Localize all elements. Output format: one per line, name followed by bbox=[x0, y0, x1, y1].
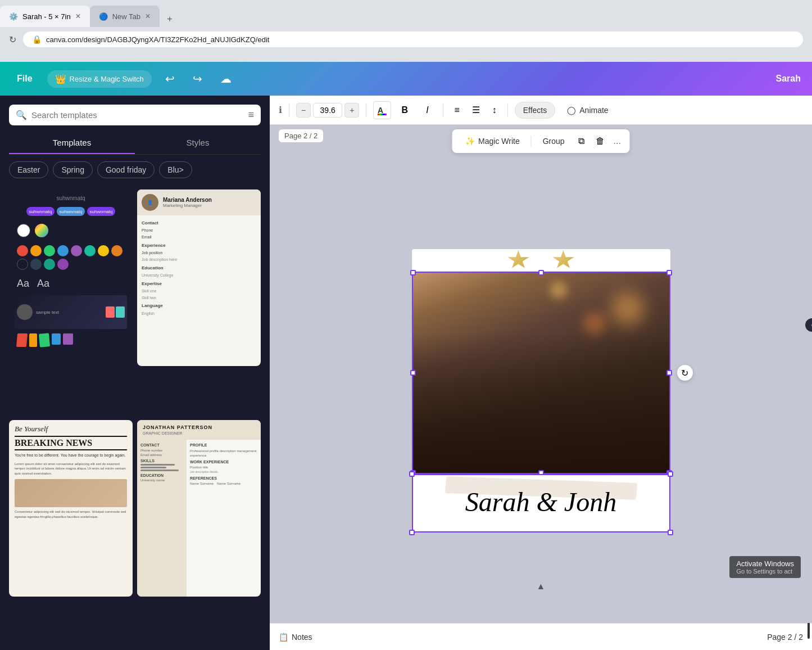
main-layout: 🔍 ≡ Templates Styles Easter Spring Good bbox=[0, 96, 812, 650]
notes-button[interactable]: 📋 Notes bbox=[279, 633, 312, 642]
crown-icon: 👑 bbox=[55, 74, 66, 84]
search-input[interactable] bbox=[31, 110, 243, 120]
tab-add-button[interactable]: + bbox=[162, 11, 178, 27]
scroll-up-handle[interactable]: ▲ bbox=[537, 581, 546, 592]
notes-icon: 📋 bbox=[279, 633, 288, 642]
floating-toolbar: ✨ Magic Write Group ⧉ 🗑 ... bbox=[452, 129, 630, 153]
info-icon[interactable]: ℹ bbox=[279, 105, 282, 115]
delete-button[interactable]: 🗑 bbox=[593, 134, 607, 148]
url-text: canva.com/design/DAGBJQyngXA/TI3Z2FKo2Hd… bbox=[46, 35, 269, 44]
canvas-area: ✨ Magic Write Group ⧉ 🗑 ... Page 2 / 2 bbox=[270, 125, 812, 623]
search-icon: 🔍 bbox=[16, 110, 27, 120]
font-size-decrease[interactable]: − bbox=[296, 103, 311, 118]
signature-section: Sarah & Jonh bbox=[412, 474, 670, 532]
font-size-increase[interactable]: + bbox=[344, 103, 359, 118]
italic-button[interactable]: I bbox=[418, 102, 436, 118]
template-grid: suhwnmatq suhwnmatq suhwnmatq suhwnmatq bbox=[0, 185, 270, 650]
undo-button[interactable]: ↩ bbox=[161, 70, 179, 88]
filter-icon[interactable]: ≡ bbox=[248, 109, 254, 121]
address-bar: ↻ 🔒 canva.com/design/DAGBJQyngXA/TI3Z2FK… bbox=[0, 27, 812, 52]
toolbar: ℹ − 39.6 + A bbox=[270, 96, 812, 125]
template-card-mariana[interactable]: 👤 Mariana Anderson Marketing Manager Con… bbox=[137, 189, 261, 366]
refresh-icon[interactable]: ↻ bbox=[9, 34, 16, 45]
sidebar: 🔍 ≡ Templates Styles Easter Spring Good bbox=[0, 96, 270, 650]
user-profile-button[interactable]: Sarah bbox=[776, 74, 801, 84]
bold-button[interactable]: B bbox=[396, 102, 414, 118]
resize-magic-switch-button[interactable]: 👑 Resize & Magic Switch bbox=[47, 70, 152, 88]
decoration-right bbox=[552, 250, 575, 270]
bottom-bar: 📋 Notes Page 2 / 2 bbox=[270, 623, 812, 650]
couple-photo-bg bbox=[412, 272, 670, 474]
tab-bar: ⚙️ Sarah - 5 × 7in ✕ 🔵 New Tab ✕ + bbox=[0, 0, 812, 27]
rotate-handle[interactable]: ↻ bbox=[677, 365, 693, 381]
tag-goodfriday[interactable]: Good friday bbox=[97, 161, 155, 178]
page-indicator-top: Page 2 / 2 bbox=[279, 129, 323, 142]
signature-text[interactable]: Sarah & Jonh bbox=[412, 474, 670, 532]
tab-close-sarah[interactable]: ✕ bbox=[75, 12, 81, 20]
windows-watermark: Activate Windows Go to Settings to act bbox=[729, 556, 801, 578]
svg-text:A: A bbox=[378, 106, 383, 115]
photo-gradient-bottom bbox=[412, 332, 670, 474]
animate-icon: ◯ bbox=[567, 106, 576, 115]
decoration-left bbox=[507, 250, 530, 270]
tab-close-new[interactable]: ✕ bbox=[145, 12, 151, 20]
search-box[interactable]: 🔍 ≡ bbox=[9, 105, 261, 125]
more-options-button[interactable]: ... bbox=[614, 136, 621, 146]
tab-styles[interactable]: Styles bbox=[135, 132, 261, 154]
font-size-value[interactable]: 39.6 bbox=[313, 103, 342, 118]
tab-icon: ⚙️ bbox=[9, 12, 18, 21]
photo-section: ↻ bbox=[412, 272, 670, 474]
right-panel: ℹ − 39.6 + A bbox=[270, 96, 812, 650]
design-container: ↻ Sarah & Jonh bbox=[412, 249, 670, 532]
sidebar-tabs: Templates Styles bbox=[9, 132, 261, 155]
copy-group-button[interactable]: ⧉ bbox=[576, 134, 587, 148]
tag-spring[interactable]: Spring bbox=[53, 161, 92, 178]
security-icon: 🔒 bbox=[32, 35, 42, 44]
bokeh-2 bbox=[583, 312, 606, 335]
toolbar-divider-3 bbox=[443, 103, 443, 117]
toolbar-divider-1 bbox=[289, 103, 289, 117]
page-number: Page 2 / 2 bbox=[767, 633, 803, 642]
template-card-style[interactable]: suhwnmatq suhwnmatq suhwnmatq suhwnmatq bbox=[9, 189, 133, 366]
cloud-save-button[interactable]: ☁ bbox=[216, 70, 236, 88]
card-top-decoration bbox=[412, 249, 670, 272]
file-menu[interactable]: File bbox=[11, 70, 38, 87]
tab-title-sarah: Sarah - 5 × 7in bbox=[22, 12, 71, 21]
tab-favicon: 🔵 bbox=[99, 12, 108, 21]
tab-title-new: New Tab bbox=[112, 12, 140, 21]
svg-rect-1 bbox=[378, 114, 387, 115]
tab-sarah[interactable]: ⚙️ Sarah - 5 × 7in ✕ bbox=[0, 6, 90, 27]
font-size-control: − 39.6 + bbox=[296, 103, 359, 118]
app-header: File 👑 Resize & Magic Switch ↩ ↪ ☁ Sarah bbox=[0, 62, 812, 96]
tab-newtab[interactable]: 🔵 New Tab ✕ bbox=[90, 6, 160, 27]
tag-easter[interactable]: Easter bbox=[9, 161, 48, 178]
magic-write-button[interactable]: ✨ Magic Write bbox=[461, 134, 524, 148]
tab-templates[interactable]: Templates bbox=[9, 132, 135, 154]
resize-label: Resize & Magic Switch bbox=[70, 75, 144, 83]
group-button[interactable]: Group bbox=[538, 134, 569, 148]
magic-write-icon: ✨ bbox=[465, 137, 475, 146]
effects-button[interactable]: Effects bbox=[515, 102, 556, 119]
browser-chrome: ⚙️ Sarah - 5 × 7in ✕ 🔵 New Tab ✕ + ↻ 🔒 c… bbox=[0, 0, 812, 62]
url-box[interactable]: 🔒 canva.com/design/DAGBJQyngXA/TI3Z2FKo2… bbox=[23, 31, 803, 47]
template-card-news[interactable]: Be Yourself BREAKING NEWS You're free to… bbox=[9, 420, 133, 597]
text-color-button[interactable]: A bbox=[373, 101, 391, 119]
align-button[interactable]: ≡ bbox=[450, 102, 463, 118]
bokeh-3 bbox=[550, 282, 567, 299]
search-area: 🔍 ≡ bbox=[0, 96, 270, 125]
tag-more[interactable]: Blu> bbox=[159, 161, 192, 178]
toolbar-divider-4 bbox=[507, 103, 508, 117]
toolbar-divider-2 bbox=[366, 103, 366, 117]
floating-divider-1 bbox=[531, 136, 532, 147]
canvas-content: ↻ Sarah & Jonh bbox=[270, 125, 812, 623]
template-card-jonathan[interactable]: JONATHAN PATTERSON GRAPHIC DESIGNER CONT… bbox=[137, 420, 261, 597]
bokeh-1 bbox=[611, 292, 645, 326]
tags-area: Easter Spring Good friday Blu> bbox=[0, 155, 270, 185]
animate-button[interactable]: ◯ Animate bbox=[560, 102, 615, 119]
redo-button[interactable]: ↪ bbox=[188, 70, 207, 88]
list-button[interactable]: ☰ bbox=[468, 102, 484, 118]
photo-area bbox=[412, 272, 670, 474]
line-height-button[interactable]: ↕ bbox=[488, 102, 501, 118]
